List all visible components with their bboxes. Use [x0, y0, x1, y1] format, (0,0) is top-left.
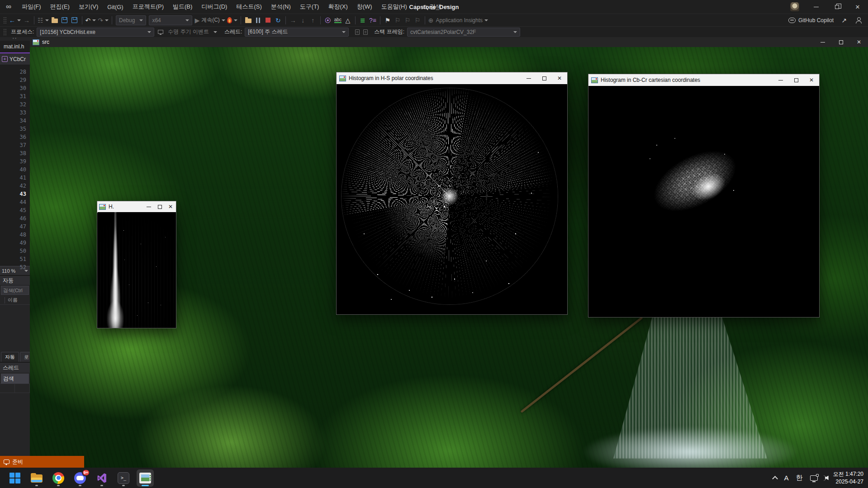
hs-minimize-button[interactable]: [143, 201, 154, 212]
menu-item[interactable]: 테스트(S): [232, 0, 266, 14]
find-symbol-button[interactable]: ?≡: [368, 15, 378, 25]
github-copilot-button[interactable]: GitHub Copilot: [787, 15, 835, 25]
vs-close-button[interactable]: ✕: [847, 0, 868, 14]
menu-item[interactable]: 편집(E): [46, 0, 74, 14]
continue-button[interactable]: ▶ 계속(C): [194, 15, 226, 25]
navigate-back-button[interactable]: ←: [8, 15, 22, 25]
lifecycle-events-button[interactable]: 수명 주기 이벤트: [168, 28, 209, 36]
menu-item[interactable]: 프로젝트(P): [128, 0, 168, 14]
step-over-button[interactable]: →: [288, 15, 298, 25]
vs-minimize-button[interactable]: [806, 0, 826, 14]
tab-autos[interactable]: 자동: [1, 352, 19, 362]
editor-tab-ycbcr[interactable]: + YCbCr: [0, 53, 30, 65]
line-number: 43: [0, 190, 26, 198]
file-explorer-button[interactable]: [28, 469, 45, 487]
task-list-button[interactable]: ≣: [358, 15, 368, 25]
volume-button[interactable]: [825, 475, 826, 481]
menu-item[interactable]: 파일(F): [17, 0, 46, 14]
menu-item[interactable]: 분석(N): [266, 0, 295, 14]
cartesian-titlebar[interactable]: Histogram in Cb-Cr cartesian coordinates…: [588, 74, 819, 86]
debugbar-grip[interactable]: [3, 28, 7, 36]
menu-item[interactable]: 빌드(B): [168, 0, 197, 14]
share-button[interactable]: ↗: [839, 15, 849, 25]
thread-combo[interactable]: [6100] 주 스레드: [245, 28, 349, 37]
opencv-app-button[interactable]: [137, 469, 154, 487]
cartesian-maximize-button[interactable]: [788, 74, 804, 86]
show-threads-button[interactable]: abc: [333, 15, 343, 25]
src-restore-button[interactable]: [832, 37, 850, 47]
process-combo[interactable]: [10156] YCbCrHist.exe: [37, 28, 154, 37]
polar-close-button[interactable]: ✕: [552, 72, 567, 84]
stack-down-icon[interactable]: [355, 29, 360, 35]
terminal-button[interactable]: >_: [115, 469, 132, 487]
vs-restore-button[interactable]: [826, 0, 847, 14]
tab-locals[interactable]: 로: [20, 352, 30, 362]
polar-minimize-button[interactable]: [521, 72, 536, 84]
hs-close-button[interactable]: ✕: [165, 201, 176, 212]
hs-maximize-button[interactable]: [154, 201, 165, 212]
save-all-button[interactable]: [70, 15, 80, 25]
break-all-button[interactable]: [253, 15, 263, 25]
src-minimize-button[interactable]: [814, 37, 832, 47]
cartesian-minimize-button[interactable]: [773, 74, 788, 86]
hidden-icons-chevron[interactable]: [772, 476, 778, 482]
menu-item[interactable]: Git(G): [103, 0, 128, 14]
menu-item[interactable]: 보기(V): [74, 0, 103, 14]
menu-item[interactable]: 디버그(D): [197, 0, 232, 14]
hot-reload-button[interactable]: [226, 15, 238, 25]
feedback-button[interactable]: [854, 15, 863, 25]
clear-bookmarks-button[interactable]: ⚐: [413, 15, 422, 25]
search-panel-tab[interactable]: 검색: [1, 374, 29, 384]
main-menu: 파일(F)편집(E)보기(V)Git(G)프로젝트(P)빌드(B)디버그(D)테…: [17, 0, 412, 14]
new-item-button[interactable]: ☷: [37, 15, 50, 25]
network-icon[interactable]: [810, 475, 818, 481]
save-button[interactable]: [60, 15, 70, 25]
menu-item[interactable]: 창(W): [352, 0, 377, 14]
visual-studio-button[interactable]: [93, 469, 110, 487]
hs-histogram-titlebar[interactable]: H. ✕: [97, 201, 176, 212]
scatter-dots: [337, 84, 337, 85]
line-number: 48: [0, 231, 26, 239]
menu-item[interactable]: 확장(X): [323, 0, 352, 14]
polar-maximize-button[interactable]: [536, 72, 552, 84]
discord-button[interactable]: 9+: [71, 469, 89, 487]
line-number: 45: [0, 206, 26, 214]
restart-button[interactable]: ↻: [273, 15, 283, 25]
profile-avatar[interactable]: [790, 2, 799, 11]
prev-bookmark-button[interactable]: ⚐: [393, 15, 403, 25]
step-out-button[interactable]: ↑: [308, 15, 318, 25]
opencv-window-icon: [99, 204, 106, 210]
autos-search-input[interactable]: 검색(Ctrl: [1, 286, 29, 295]
ime-english-indicator[interactable]: A: [784, 474, 789, 482]
threads-panel-title[interactable]: 스레드: [0, 362, 30, 373]
step-into-button[interactable]: ↓: [298, 15, 308, 25]
src-titlebar[interactable]: src ✕: [30, 37, 868, 47]
open-folder-button[interactable]: [50, 15, 60, 25]
menu-item[interactable]: 도움말(H): [377, 0, 412, 14]
solution-configuration-combo[interactable]: Debug: [116, 15, 146, 25]
undo-button[interactable]: ↶: [85, 15, 97, 25]
cartesian-close-button[interactable]: ✕: [804, 74, 819, 86]
stack-frame-combo[interactable]: cvtCartesian2PolarCV_32F: [407, 28, 520, 37]
editor-tab-matinlh[interactable]: mat.inl.h: [0, 41, 30, 53]
navigate-forward-button[interactable]: →: [22, 15, 32, 25]
chrome-button[interactable]: [50, 469, 67, 487]
stack-up-icon[interactable]: [363, 29, 368, 35]
menu-item[interactable]: 도구(T): [295, 0, 324, 14]
toggle-bookmark-button[interactable]: ⚑: [383, 15, 393, 25]
select-cursor-button[interactable]: △: [343, 15, 353, 25]
toolbar-grip[interactable]: [3, 17, 7, 24]
attach-process-button[interactable]: [243, 15, 253, 25]
autos-name-column-header[interactable]: 이름: [0, 296, 30, 305]
solution-platform-combo[interactable]: x64: [149, 15, 192, 25]
taskbar-clock[interactable]: 오전 1:47:20 2025-04-27: [833, 470, 863, 485]
ime-korean-indicator[interactable]: 한: [796, 474, 803, 482]
start-button[interactable]: [6, 469, 24, 487]
stop-debugging-button[interactable]: [263, 15, 273, 25]
polar-titlebar[interactable]: Histogram in H-S polar coordinates ✕: [337, 72, 567, 84]
src-close-button[interactable]: ✕: [850, 37, 868, 47]
show-next-statement-button[interactable]: ⦿: [323, 15, 333, 25]
redo-button[interactable]: ↷: [97, 15, 109, 25]
next-bookmark-button[interactable]: ⚐: [403, 15, 413, 25]
app-insights-button[interactable]: ⊕ Application Insights: [427, 15, 489, 25]
